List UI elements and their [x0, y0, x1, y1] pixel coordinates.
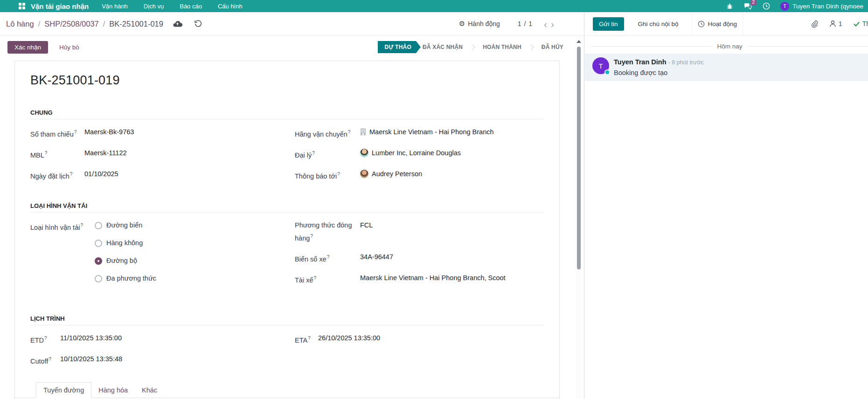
- menu-van-hanh[interactable]: Vận hành: [102, 3, 128, 10]
- activity-button[interactable]: Hoạt động: [692, 17, 743, 31]
- section-title: LOẠI HÌNH VẬN TẢI: [30, 202, 544, 209]
- breadcrumb-separator: /: [38, 20, 41, 28]
- tab-khac[interactable]: Khác: [135, 383, 164, 398]
- status-pill-da-huy[interactable]: ĐÃ HỦY: [540, 41, 565, 53]
- form-pane: Lô hàng / SHP/2508/0037 / BK-251001-019 …: [0, 12, 584, 399]
- pager-next-icon[interactable]: ›: [549, 19, 556, 29]
- field-loai-hinh-van-tai: Loại hình vận tải? Đường biển Hàng không: [30, 220, 280, 284]
- user-name: Tuyen Tran Dinh (qynoee: [792, 3, 863, 10]
- field-value: Lumber Inc, Lorraine Douglas: [372, 148, 461, 158]
- breadcrumb: Lô hàng / SHP/2508/0037 / BK-251001-019: [6, 20, 163, 28]
- following-button[interactable]: Th: [854, 20, 868, 28]
- field-label: Cutoff?: [30, 354, 60, 367]
- radio-icon[interactable]: [95, 240, 102, 247]
- discard-undo-icon[interactable]: [194, 20, 202, 28]
- chatter-message: T Tuyen Tran Dinh - 8 phút trước Booking…: [585, 54, 868, 81]
- attachments-button[interactable]: [810, 20, 818, 28]
- breadcrumb-lo-hang[interactable]: Lô hàng: [6, 20, 34, 28]
- tab-hang-hoa[interactable]: Hàng hóa: [91, 383, 135, 398]
- menu-bao-cao[interactable]: Báo cáo: [180, 3, 202, 10]
- message-timestamp: - 8 phút trước: [668, 59, 704, 66]
- status-pill-du-thao[interactable]: DỰ THẢO: [378, 41, 421, 53]
- online-status-dot: [604, 69, 610, 75]
- breadcrumb-row: Lô hàng / SHP/2508/0037 / BK-251001-019 …: [0, 12, 584, 36]
- field-value[interactable]: 10/10/2025 13:35:48: [60, 354, 122, 367]
- paperclip-icon: [810, 20, 818, 28]
- app-title[interactable]: Vận tải giao nhận: [31, 2, 89, 10]
- toolbar-divider: [743, 12, 743, 35]
- field-value[interactable]: Maersk Line Vietnam - Hai Phong Branch, …: [360, 273, 506, 286]
- field-label: Loại hình vận tải?: [30, 220, 95, 284]
- date-divider: Hôm nay: [585, 43, 868, 50]
- tab-tuyen-duong[interactable]: Tuyến đường: [36, 382, 91, 398]
- debug-bug-icon[interactable]: [726, 2, 734, 10]
- radio-icon[interactable]: [95, 222, 102, 229]
- radio-duong-bo[interactable]: Đường bộ: [95, 255, 156, 266]
- partner-avatar: [360, 170, 368, 178]
- chatter-pane: Gửi tin Ghi chú nội bộ Hoạt động 1 Th Hô…: [585, 12, 868, 399]
- user-menu[interactable]: T Tuyen Tran Dinh (qynoee: [780, 2, 863, 11]
- field-so-tham-chieu: Số tham chiếu? Maersk-Bk-9763: [30, 127, 280, 140]
- message-avatar[interactable]: T: [592, 57, 609, 74]
- status-pill-hoan-thanh[interactable]: HOÀN THÀNH: [481, 41, 523, 53]
- section-divider: [30, 212, 544, 213]
- send-message-button[interactable]: Gửi tin: [593, 17, 624, 31]
- field-value[interactable]: FCL: [360, 220, 373, 244]
- field-phuong-thuc-dong-hang: Phương thức đóng hàng? FCL: [295, 220, 544, 244]
- pill-chevron-icon: [469, 44, 475, 50]
- breadcrumb-separator: /: [103, 20, 105, 28]
- field-label: Phương thức đóng hàng?: [295, 220, 360, 244]
- field-value[interactable]: Maersk-Bk-9763: [84, 127, 134, 140]
- log-note-button[interactable]: Ghi chú nội bộ: [632, 17, 684, 31]
- actions-button[interactable]: ⚙ Hành động: [459, 20, 500, 28]
- radio-hang-khong[interactable]: Hàng không: [95, 238, 156, 248]
- field-label: ETD?: [30, 333, 60, 346]
- apps-grid-icon[interactable]: [19, 3, 25, 9]
- notebook-tabs: Tuyến đường Hàng hóa Khác: [15, 382, 559, 398]
- partner-avatar: [360, 149, 368, 157]
- messages-icon[interactable]: 2: [744, 2, 752, 10]
- vertical-scrollbar[interactable]: [576, 36, 582, 399]
- field-bien-so-xe: Biển số xe? 34A-96447: [295, 252, 544, 265]
- pager-previous-icon[interactable]: ‹: [542, 19, 549, 29]
- breadcrumb-current: BK-251001-019: [109, 20, 163, 28]
- confirm-button[interactable]: Xác nhận: [7, 41, 48, 54]
- field-tai-xe: Tài xế? Maersk Line Vietnam - Hai Phong …: [295, 273, 544, 286]
- radio-duong-bien[interactable]: Đường biển: [95, 220, 156, 231]
- field-label: Số tham chiếu?: [30, 127, 84, 140]
- record-title[interactable]: BK-251001-019: [30, 73, 544, 88]
- pill-chevron-icon: [528, 44, 534, 50]
- field-value[interactable]: 01/10/2025: [84, 169, 118, 182]
- field-value[interactable]: 26/10/2025 13:35:00: [318, 333, 380, 346]
- field-thong-bao-toi: Thông báo tới? Audrey Peterson: [295, 169, 544, 182]
- field-value[interactable]: 11/10/2025 13:35:00: [60, 333, 122, 346]
- check-icon: [854, 21, 860, 27]
- field-value[interactable]: Maersk-11122: [84, 148, 127, 161]
- field-value[interactable]: 34A-96447: [360, 252, 393, 265]
- user-avatar: T: [780, 2, 789, 11]
- field-cutoff: Cutoff? 10/10/2025 13:35:48: [30, 354, 280, 367]
- pager-counter: 1 / 1: [518, 20, 533, 28]
- breadcrumb-shipment[interactable]: SHP/2508/0037: [44, 20, 99, 28]
- menu-dich-vu[interactable]: Dịch vụ: [144, 3, 164, 10]
- section-transport-type: LOẠI HÌNH VẬN TẢI Loại hình vận tải? Đườ…: [30, 202, 544, 293]
- menu-cau-hinh[interactable]: Cấu hình: [218, 3, 243, 10]
- activities-clock-icon[interactable]: [762, 2, 770, 10]
- message-body: Booking được tạo: [614, 68, 704, 77]
- scrollbar-thumb[interactable]: [577, 47, 581, 269]
- statusbar: Xác nhận Hủy bỏ DỰ THẢO ĐÃ XÁC NHẬN HOÀN…: [0, 36, 584, 58]
- followers-button[interactable]: 1: [829, 20, 842, 28]
- save-cloud-icon[interactable]: [173, 20, 182, 28]
- status-pill-da-xac-nhan[interactable]: ĐÃ XÁC NHẬN: [421, 41, 465, 53]
- status-pills: DỰ THẢO ĐÃ XÁC NHẬN HOÀN THÀNH ĐÃ HỦY: [378, 41, 565, 53]
- field-value: Maersk Line Vietnam - Hai Phong Branch: [369, 127, 494, 138]
- radio-da-phuong-thuc[interactable]: Đa phương thức: [95, 273, 156, 284]
- message-author[interactable]: Tuyen Tran Dinh: [614, 58, 667, 66]
- radio-icon[interactable]: [95, 275, 102, 282]
- section-divider: [30, 325, 544, 325]
- radio-icon[interactable]: [95, 257, 102, 265]
- cancel-button[interactable]: Hủy bỏ: [56, 41, 83, 54]
- field-ngay-dat-lich: Ngày đặt lịch? 01/10/2025: [30, 169, 280, 182]
- field-label: Tài xế?: [295, 273, 360, 286]
- scrollbar-up-icon[interactable]: [576, 40, 581, 43]
